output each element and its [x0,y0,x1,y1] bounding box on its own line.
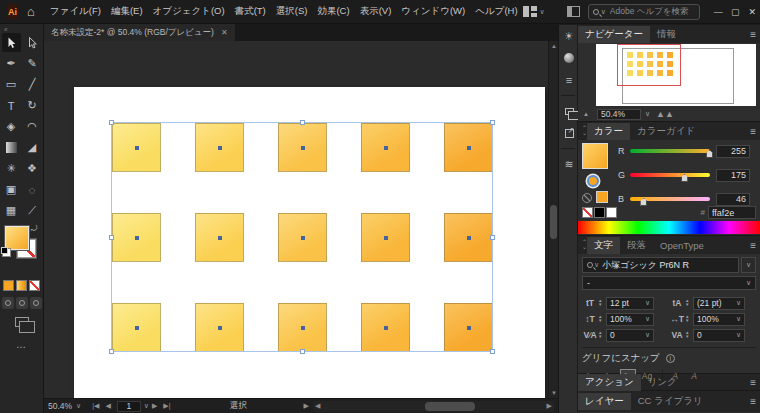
tab-navigator[interactable]: ナビゲーター [578,26,650,43]
menu-select[interactable]: 選択(S) [271,5,313,18]
document-tab[interactable]: 名称未設定-2* @ 50.4% (RGB/プレビュー) ✕ [44,24,235,41]
tab-color[interactable]: カラー [587,123,630,140]
selection-handle[interactable] [490,120,495,125]
tab-color-guide[interactable]: カラーガイド [630,123,702,140]
menu-file[interactable]: ファイル(F) [45,5,106,18]
leading-field[interactable]: (21 pt)∨ [693,297,745,310]
tab-info[interactable]: 情報 [650,26,683,43]
selection-handle[interactable] [300,120,305,125]
panel-menu-icon[interactable]: ≡ [750,396,755,407]
zoom-out-icon[interactable]: ▲ [583,111,589,117]
selection-handle[interactable] [109,235,114,240]
zoom-level-field[interactable]: 50.4% ∨ [48,401,81,411]
rotate-tool[interactable]: ↻ [23,96,42,115]
pencil-tool[interactable]: ╱ [23,75,42,94]
stroke-panel-icon[interactable]: ≡ [559,69,579,91]
red-slider[interactable] [630,149,710,153]
none-mini-icon[interactable] [582,193,592,203]
minimize-button[interactable]: — [710,7,727,17]
navigator-view-rectangle[interactable] [617,44,681,86]
eraser-tool[interactable]: ◈ [2,117,21,136]
green-slider-handle[interactable] [681,174,688,182]
blend-tool[interactable]: ❖ [23,159,42,178]
blue-slider-handle[interactable] [640,198,647,206]
font-style-field[interactable]: - ∨ [582,276,756,290]
stroke-color-proxy[interactable] [587,175,599,187]
close-tab-icon[interactable]: ✕ [221,28,228,37]
horizontal-scrollbar[interactable]: ◀ ▶ [313,401,554,412]
blue-slider[interactable] [630,197,710,201]
default-colors-icon[interactable] [2,248,11,257]
font-size-field[interactable]: 12 pt∨ [606,297,654,310]
menu-edit[interactable]: 編集(E) [106,5,148,18]
export-panel-icon[interactable] [559,122,579,144]
font-family-field[interactable]: ∨ 小塚ゴシック Pr6N R [582,257,739,273]
vertical-scrollbar-thumb[interactable] [550,205,557,239]
home-icon[interactable]: ⌂ [27,5,35,18]
workspace-switcher-icon[interactable] [523,6,537,17]
help-search-input[interactable]: ∨ Adobe ヘルプを検索 [588,4,700,20]
tracking-stepper[interactable]: ▲▼ [685,331,692,339]
symbol-sprayer-tool[interactable]: ✳ [2,159,21,178]
curvature-tool[interactable]: ✒ [2,54,21,73]
properties-panel-icon[interactable]: ≋ [559,153,579,175]
type-tool[interactable]: T [2,96,21,115]
last-artboard-icon[interactable]: ▶| [160,402,173,410]
eyedropper-tool[interactable]: ◢ [23,138,42,157]
last-color-mini-swatch[interactable] [596,191,608,203]
blue-value-field[interactable]: 46 [716,193,750,206]
toolbar-collapse-icon[interactable]: ‹‹ [0,24,43,33]
artboard-tool[interactable]: ▣ [2,180,21,199]
selection-handle[interactable] [109,349,114,354]
zoom-in-icon[interactable]: ▲▲ [656,109,674,119]
tab-paragraph[interactable]: 段落 [620,237,653,254]
selection-handle[interactable] [109,120,114,125]
horizontal-scrollbar-thumb[interactable] [425,402,475,411]
scroll-left-icon[interactable]: ◀ [315,402,320,410]
lasso-tool[interactable]: ◠ [23,117,42,136]
rectangle-tool[interactable]: ▭ [2,75,21,94]
green-value-field[interactable]: 175 [716,169,750,182]
fill-swatch[interactable] [5,226,29,250]
measure-tool[interactable]: ⟋ [23,201,42,220]
canvas[interactable] [44,41,548,398]
selection-handle[interactable] [300,349,305,354]
screen-mode-button[interactable] [15,317,29,327]
panel-menu-icon[interactable]: ≡ [750,126,755,137]
tracking-field[interactable]: 0∨ [693,329,745,342]
hex-value-field[interactable]: ffaf2e [708,206,756,219]
selection-handle[interactable] [490,349,495,354]
tab-opentype[interactable]: OpenType [653,238,711,253]
artboard-number-field[interactable]: 1 [117,401,141,412]
panel-menu-icon[interactable]: ≡ [750,377,755,388]
draw-normal-button[interactable] [2,297,14,309]
vertical-scrollbar[interactable]: ▲ ▼ [548,41,558,398]
selection-tool[interactable] [2,33,21,52]
green-slider[interactable] [630,173,710,177]
paintbrush-tool[interactable]: ✎ [23,54,42,73]
menu-object[interactable]: オブジェクト(O) [148,5,230,18]
direct-selection-tool[interactable] [23,33,42,52]
menu-type[interactable]: 書式(T) [230,5,271,18]
horizontal-scale-stepper[interactable]: ▲▼ [685,315,692,323]
gradient-button[interactable] [16,280,27,291]
color-spectrum-bar[interactable] [578,221,760,234]
menu-view[interactable]: 表示(V) [355,5,397,18]
gradient-tool[interactable] [2,138,21,157]
menu-effect[interactable]: 効果(C) [312,5,354,18]
previous-artboard-icon[interactable]: ◀ [102,402,113,410]
next-artboard-icon[interactable]: ▶ [149,402,160,410]
fill-color-proxy[interactable] [582,143,608,169]
first-artboard-icon[interactable]: |◀ [89,402,102,410]
tab-actions[interactable]: アクション [578,374,641,391]
navigator-zoom-field[interactable]: 50.4% [597,109,641,120]
app-logo-icon[interactable]: Ai [8,4,17,19]
appearance-panel-icon[interactable]: ☀ [559,25,579,47]
close-button[interactable]: ✕ [744,7,760,17]
chevron-down-icon[interactable]: ∨ [645,110,650,118]
red-value-field[interactable]: 255 [716,145,750,158]
scroll-right-icon[interactable]: ▶ [547,402,552,410]
horizontal-scale-field[interactable]: 100%∨ [693,313,745,326]
color-button[interactable] [3,280,14,291]
artboard[interactable] [74,87,545,398]
